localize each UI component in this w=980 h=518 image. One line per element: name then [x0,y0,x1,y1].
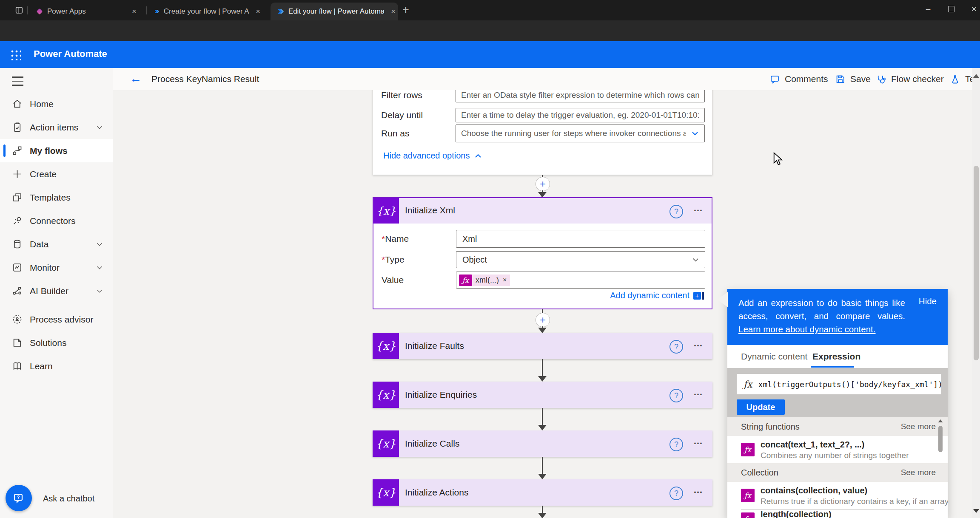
hide-callout-button[interactable]: Hide [919,296,937,306]
chat-bubble-icon: ? [12,491,26,505]
templates-icon [11,192,23,203]
help-icon[interactable]: ? [669,389,683,402]
trigger-card[interactable]: Filter rows Enter an OData style filter … [373,90,712,175]
plus-icon [11,168,23,180]
workspaces-icon[interactable] [14,6,24,15]
card-header[interactable]: {x} Initialize Xml ? … [373,198,712,224]
card-menu-icon[interactable]: … [693,387,704,398]
card-title: Initialize Enquiries [405,382,477,408]
save-button[interactable]: Save [835,68,871,90]
see-more-link[interactable]: See more [901,468,936,477]
svg-text:?: ? [17,495,20,500]
window-close-button[interactable]: × [964,0,980,18]
sidebar-item-monitor[interactable]: Monitor [0,256,113,279]
action-card-initialize-actions[interactable]: {x} Initialize Actions ? … [373,479,712,506]
card-menu-icon[interactable]: … [693,484,704,495]
page-scrollbar[interactable] [972,68,980,518]
insert-step-button[interactable]: + [536,313,550,327]
flow-checker-button[interactable]: Flow checker [875,68,944,90]
card-menu-icon[interactable]: … [693,338,704,349]
type-dropdown[interactable]: Object [456,251,705,268]
section-string-functions: String functions See more [727,417,948,436]
sidebar-item-process-advisor[interactable]: Process advisor [0,308,113,331]
sidebar-item-data[interactable]: Data [0,232,113,256]
run-as-dropdown[interactable]: Choose the running user for steps where … [456,125,705,142]
function-item-length[interactable]: ƒx length(collection) [727,511,948,518]
close-tab-icon[interactable]: × [388,7,398,16]
new-tab-icon[interactable]: + [402,3,409,17]
sidebar: Home Action items My flows Create Templa… [0,68,113,518]
plus-icon: + [540,314,546,326]
see-more-link[interactable]: See more [901,422,936,431]
action-card-initialize-xml[interactable]: {x} Initialize Xml ? … Name Xml Type Obj… [373,197,712,309]
active-tab-underline [811,366,854,368]
remove-chip-icon[interactable]: × [503,276,507,284]
delay-until-input[interactable]: Enter a time to delay the trigger evalua… [456,108,705,122]
action-card-initialize-calls[interactable]: {x} Initialize Calls ? … [373,430,712,457]
close-tab-icon[interactable]: × [129,7,139,16]
sidebar-item-learn[interactable]: Learn [0,354,113,378]
value-input[interactable]: ƒx xml(...) × [456,272,705,289]
app-header: Power Automate Search for helpful resour… [0,41,980,68]
chatbot-button[interactable]: ? [6,485,32,511]
mouse-cursor [772,152,783,166]
browser-tab-power-apps[interactable]: Power Apps × [31,3,144,20]
hide-advanced-options-link[interactable]: Hide advanced options [383,151,482,161]
panel-scrollbar[interactable] [937,417,943,518]
solutions-icon [11,337,23,348]
card-title: Initialize Actions [405,479,468,506]
callout-beak [717,292,728,307]
help-icon[interactable]: ? [669,205,683,218]
action-card-initialize-enquiries[interactable]: {x} Initialize Enquiries ? … [373,382,712,408]
sidebar-item-action-items[interactable]: Action items [0,116,113,139]
add-dynamic-content-link[interactable]: Add dynamic content + [610,291,704,300]
card-menu-icon[interactable]: … [693,203,704,214]
sidebar-item-label: Data [30,239,96,249]
input-value: Xml [462,234,477,244]
sidebar-item-templates[interactable]: Templates [0,186,113,209]
filter-rows-input[interactable]: Enter an OData style filter expression t… [456,90,705,102]
function-item-contains[interactable]: ƒx contains(collection, value) Returns t… [727,482,948,509]
waffle-icon[interactable] [9,48,21,60]
comments-button[interactable]: Comments [769,68,828,90]
section-collection: Collection See more [727,463,948,482]
sidebar-item-label: Connectors [30,216,113,226]
browser-tab-edit-flow-active[interactable]: Edit your flow | Power Automate × [271,3,398,20]
help-icon[interactable]: ? [669,487,683,500]
help-icon[interactable]: ? [669,438,683,451]
expression-input[interactable]: ƒx xml(triggerOutputs()['body/keyfax_xml… [737,374,941,394]
action-card-initialize-faults[interactable]: {x} Initialize Faults ? … [373,333,712,359]
sidebar-item-my-flows[interactable]: My flows [0,139,113,162]
function-item-concat[interactable]: ƒx concat(text_1, text_2?, ...) Combines… [727,436,948,463]
sidebar-item-label: Templates [30,192,113,203]
sidebar-item-create[interactable]: Create [0,162,113,186]
sidebar-item-connectors[interactable]: Connectors [0,209,113,232]
flow-title-bar: ← Process KeyNamics Result Comments Save… [113,68,972,91]
chatbot-label[interactable]: Ask a chatbot [43,494,94,504]
browser-tab-create-flow[interactable]: Create your flow | Power Automate × [150,3,263,20]
back-arrow-icon[interactable]: ← [130,72,142,85]
function-signature: contains(collection, value) [761,486,867,495]
update-button[interactable]: Update [737,399,785,415]
power-apps-icon [36,8,43,15]
sidebar-item-home[interactable]: Home [0,92,113,116]
insert-step-button[interactable]: + [536,177,550,191]
expression-chip[interactable]: xml(...) × [472,275,510,286]
card-menu-icon[interactable]: … [693,436,704,447]
expression-text: xml(triggerOutputs()['body/keyfax_xml']) [758,380,943,389]
help-icon[interactable]: ? [669,340,683,354]
tab-expression[interactable]: Expression [812,345,860,368]
sidebar-item-solutions[interactable]: Solutions [0,331,113,354]
window-minimize-button[interactable]: – [918,0,938,18]
tab-title: Create your flow | Power Automate [164,7,249,16]
tab-dynamic-content[interactable]: Dynamic content [741,345,807,368]
hamburger-menu-icon[interactable] [12,76,23,86]
close-tab-icon[interactable]: × [253,7,263,16]
sidebar-item-ai-builder[interactable]: AI Builder [0,279,113,303]
action-label: Comments [785,74,828,84]
window-maximize-button[interactable] [941,0,961,18]
name-input[interactable]: Xml [456,230,705,248]
learn-more-link[interactable]: Learn more about dynamic content. [738,324,876,334]
link-label: Add dynamic content [610,291,689,300]
function-signature: concat(text_1, text_2?, ...) [761,440,865,450]
